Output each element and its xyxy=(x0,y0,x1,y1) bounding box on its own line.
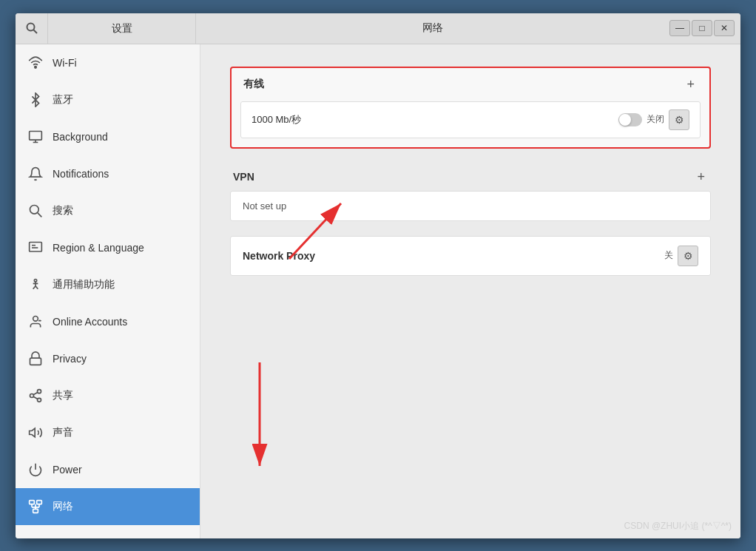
restore-button[interactable]: □ xyxy=(692,20,712,36)
privacy-label: Privacy xyxy=(53,353,87,365)
sound-icon xyxy=(27,425,44,441)
power-label: Power xyxy=(53,464,82,476)
sound-label: 声音 xyxy=(53,426,73,439)
sidebar-item-search[interactable]: 搜索 xyxy=(16,192,200,229)
accessibility-label: 通用辅助功能 xyxy=(53,278,115,291)
svg-rect-8 xyxy=(30,242,42,251)
wired-section: 有线 + 1000 Mb/秒 关闭 ⚙ xyxy=(230,67,711,149)
svg-point-15 xyxy=(30,393,34,397)
svg-rect-22 xyxy=(37,500,42,504)
sidebar-item-region[interactable]: Region & Language xyxy=(16,229,200,266)
proxy-title: Network Proxy xyxy=(243,250,315,262)
vpn-add-button[interactable]: + xyxy=(694,169,708,185)
svg-marker-19 xyxy=(30,428,36,437)
vpn-title: VPN xyxy=(233,171,254,183)
main-content: 有线 + 1000 Mb/秒 关闭 ⚙ xyxy=(200,44,740,538)
sidebar-item-power[interactable]: Power xyxy=(16,451,200,488)
content-area: Wi-Fi 蓝牙 B xyxy=(16,44,740,538)
online-accounts-label: Online Accounts xyxy=(53,316,127,328)
watermark: CSDN @ZHUI小追 (*^▽^*) xyxy=(624,520,732,533)
proxy-gear-button[interactable]: ⚙ xyxy=(678,246,698,266)
wired-item: 1000 Mb/秒 关闭 ⚙ xyxy=(240,101,701,138)
svg-rect-13 xyxy=(30,358,41,365)
svg-rect-3 xyxy=(30,131,42,140)
power-icon xyxy=(27,462,44,478)
sharing-icon xyxy=(27,388,44,404)
network-icon xyxy=(27,498,44,515)
sidebar-item-notifications[interactable]: Notifications xyxy=(16,155,200,192)
sidebar-item-sharing[interactable]: 共享 xyxy=(16,377,200,414)
wifi-label: Wi-Fi xyxy=(53,57,77,69)
wired-speed-label: 1000 Mb/秒 xyxy=(252,113,301,126)
proxy-off-label: 关 xyxy=(664,249,673,262)
svg-point-12 xyxy=(33,316,38,321)
background-icon xyxy=(27,129,44,145)
notification-icon xyxy=(27,166,44,182)
sidebar-item-network[interactable]: 网络 xyxy=(16,488,200,525)
wired-toggle[interactable]: 关闭 xyxy=(618,113,664,126)
search-button[interactable] xyxy=(16,13,48,44)
wired-title: 有线 xyxy=(243,78,264,91)
close-button[interactable]: ✕ xyxy=(714,20,735,36)
background-label: Background xyxy=(53,131,108,143)
notifications-label: Notifications xyxy=(53,168,109,180)
toggle-off-label: 关闭 xyxy=(647,113,664,126)
page-title: 网络 xyxy=(196,21,669,35)
sidebar-item-background[interactable]: Background xyxy=(16,118,200,155)
sidebar-item-bluetooth[interactable]: 蓝牙 xyxy=(16,81,200,118)
svg-point-14 xyxy=(38,389,41,393)
region-label: Region & Language xyxy=(53,242,144,254)
sidebar-item-sound[interactable]: 声音 xyxy=(16,414,200,451)
vpn-not-setup: Not set up xyxy=(230,191,711,221)
svg-line-1 xyxy=(33,30,37,34)
svg-line-7 xyxy=(38,212,41,216)
network-label: 网络 xyxy=(53,500,73,513)
settings-window: 设置 网络 — □ ✕ Wi-Fi xyxy=(16,13,740,538)
wired-controls: 关闭 ⚙ xyxy=(618,109,689,130)
svg-line-18 xyxy=(33,392,38,394)
accessibility-icon xyxy=(27,277,44,293)
titlebar: 设置 网络 — □ ✕ xyxy=(16,13,740,44)
vpn-section: VPN + Not set up xyxy=(230,163,711,221)
vpn-not-setup-label: Not set up xyxy=(243,200,286,212)
vpn-header: VPN + xyxy=(230,163,711,191)
privacy-icon xyxy=(27,351,44,367)
toggle-track xyxy=(618,113,642,126)
region-icon xyxy=(27,240,44,256)
sharing-label: 共享 xyxy=(53,389,73,402)
online-accounts-icon xyxy=(27,314,44,330)
sidebar-item-online-accounts[interactable]: Online Accounts xyxy=(16,303,200,340)
svg-point-6 xyxy=(30,205,39,214)
wired-add-button[interactable]: + xyxy=(684,77,698,92)
search-icon xyxy=(27,203,44,219)
wired-header: 有线 + xyxy=(232,68,709,101)
sidebar-item-privacy[interactable]: Privacy xyxy=(16,340,200,377)
svg-point-2 xyxy=(35,66,37,68)
sidebar: Wi-Fi 蓝牙 B xyxy=(16,44,200,538)
wifi-icon xyxy=(27,55,44,71)
svg-point-16 xyxy=(38,398,41,402)
svg-point-0 xyxy=(27,24,34,31)
toggle-knob xyxy=(619,114,631,126)
search-label: 搜索 xyxy=(53,204,73,217)
main-wrapper: 有线 + 1000 Mb/秒 关闭 ⚙ xyxy=(200,44,740,538)
bluetooth-icon xyxy=(27,92,44,108)
svg-point-11 xyxy=(34,279,36,281)
sidebar-title: 设置 xyxy=(48,13,196,44)
bluetooth-label: 蓝牙 xyxy=(53,93,73,107)
svg-rect-23 xyxy=(33,509,38,513)
minimize-button[interactable]: — xyxy=(669,20,690,36)
proxy-controls: 关 ⚙ xyxy=(664,246,698,266)
svg-line-17 xyxy=(33,396,38,399)
sidebar-item-wifi[interactable]: Wi-Fi xyxy=(16,44,200,81)
window-controls: — □ ✕ xyxy=(669,20,740,36)
wired-gear-button[interactable]: ⚙ xyxy=(669,109,689,130)
sidebar-item-accessibility[interactable]: 通用辅助功能 xyxy=(16,266,200,303)
proxy-section: Network Proxy 关 ⚙ xyxy=(230,236,711,276)
svg-rect-21 xyxy=(30,500,35,504)
